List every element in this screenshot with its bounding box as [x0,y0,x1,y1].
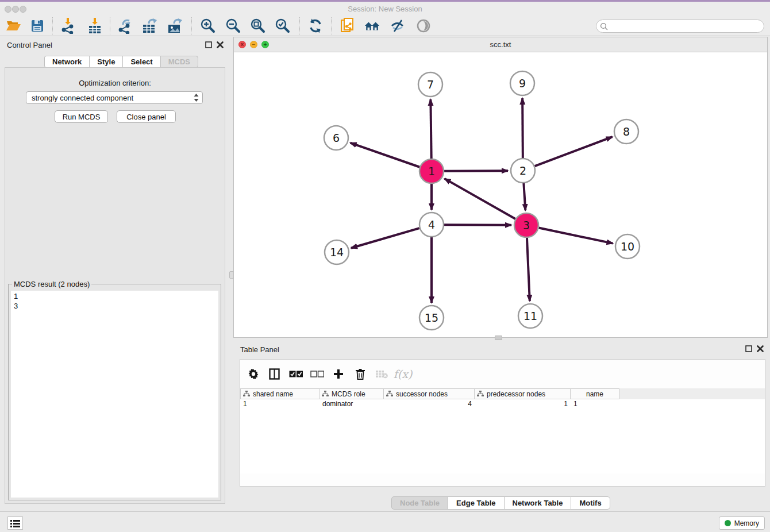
minimize-window-button[interactable] [12,6,19,13]
graph-edge-4-3[interactable] [444,225,511,225]
float-panel-icon[interactable] [205,41,212,48]
graph-node-label-15: 15 [425,311,438,324]
show-all-icon[interactable] [415,18,432,34]
column-tree-icon [322,391,329,397]
tab-node-table[interactable]: Node Table [391,496,448,510]
graph-edge-3-10[interactable] [539,228,613,244]
add-column-icon[interactable] [330,366,347,382]
graph-edge-2-3[interactable] [523,183,525,210]
select-stepper-icon [193,93,199,102]
node-table-panel: f(x) shared name MCDS role successor nod… [240,359,765,487]
column-layout-icon[interactable] [265,366,283,382]
cell-shared-name[interactable]: 1 [240,399,319,408]
graph-edge-3-1[interactable] [445,179,515,219]
column-tree-icon [386,391,393,397]
zoom-fit-icon[interactable] [249,18,267,34]
column-header-name[interactable]: name [571,388,619,399]
graph-edge-3-11[interactable] [527,238,530,301]
import-network-icon[interactable] [59,18,76,34]
graph-edge-1-2[interactable] [444,171,508,171]
cell-predecessor-nodes[interactable]: 1 [475,399,571,408]
close-window-button[interactable] [5,6,11,13]
graph-node-label-14: 14 [330,246,344,259]
graph-node-label-10: 10 [621,240,634,253]
cell-mcds-role[interactable]: dominator [319,399,384,408]
delete-column-icon[interactable] [352,366,369,382]
float-table-panel-icon[interactable] [745,345,752,352]
close-table-panel-icon[interactable] [757,345,764,352]
graph-edge-1-6[interactable] [351,143,420,167]
memory-label: Memory [734,519,759,527]
tab-motifs[interactable]: Motifs [571,496,610,510]
tab-network[interactable]: Network [44,56,89,68]
criterion-select[interactable]: strongly connected component [26,91,203,104]
export-image-icon[interactable] [167,18,184,34]
table-row[interactable]: 1 dominator 4 1 1 [240,399,765,408]
table-panel-tabs: Node Table Edge Table Network Table Moti… [391,496,610,510]
run-mcds-button[interactable]: Run MCDS [55,110,108,123]
search-input[interactable] [610,22,764,30]
network-zoom-button[interactable]: + [261,41,269,48]
column-header-predecessor-nodes[interactable]: predecessor nodes [475,388,571,399]
horizontal-splitter-handle[interactable] [495,336,502,340]
memory-button[interactable]: Memory [719,516,765,530]
save-session-icon[interactable] [29,18,46,34]
table-empty-area [240,409,765,473]
toolbar-separator [331,17,332,34]
task-history-button[interactable] [7,516,23,530]
mcds-result-text[interactable]: 1 3 [11,291,218,498]
new-network-from-selection-icon[interactable] [339,18,356,34]
export-network-icon[interactable] [117,18,134,34]
network-window-title: scc.txt [234,37,767,52]
deselect-all-checkboxes-icon[interactable] [309,366,326,382]
graph-node-label-1: 1 [428,165,435,178]
cell-successor-nodes[interactable]: 4 [384,399,475,408]
zoom-out-icon[interactable] [225,18,242,34]
toolbar-separator [191,17,192,34]
import-table-icon[interactable] [86,18,103,34]
close-panel-icon[interactable] [217,41,224,48]
graph-node-label-6: 6 [333,132,340,144]
column-header-mcds-role[interactable]: MCDS role [319,388,384,399]
select-all-checkboxes-icon[interactable] [287,366,305,382]
network-close-button[interactable]: × [238,41,246,48]
network-canvas[interactable]: 1234678910111415 [233,52,768,338]
delete-table-icon [373,366,390,382]
network-window-titlebar[interactable]: × − + scc.txt [233,37,768,52]
column-header-successor-nodes[interactable]: successor nodes [384,388,475,399]
search-icon [600,22,608,30]
tab-edge-table[interactable]: Edge Table [448,496,503,510]
graph-node-label-11: 11 [523,310,537,322]
column-header-shared-name[interactable]: shared name [240,388,319,399]
graph-edge-2-8[interactable] [535,137,613,166]
graph-node-label-3: 3 [523,219,530,232]
zoom-selected-icon[interactable] [274,18,291,34]
hide-selected-icon[interactable] [389,18,406,34]
first-neighbors-icon[interactable] [364,18,381,34]
export-table-icon[interactable] [141,18,159,34]
settings-gear-icon[interactable] [245,366,262,382]
mcds-result-title: MCDS result (2 nodes) [12,280,91,288]
refresh-icon[interactable] [307,18,324,34]
zoom-window-button[interactable] [20,6,26,13]
criterion-value: strongly connected component [32,94,133,102]
graph-edge-2-9[interactable] [522,98,523,158]
graph-edge-4-14[interactable] [351,228,419,248]
close-panel-button[interactable]: Close panel [117,110,176,123]
open-session-icon[interactable] [5,18,22,34]
search-field[interactable] [596,20,764,33]
graph-node-label-8: 8 [623,125,630,138]
tab-mcds[interactable]: MCDS [160,56,198,68]
tab-style[interactable]: Style [89,56,122,68]
graph-node-label-4: 4 [428,218,435,231]
toolbar-separator [52,17,53,34]
memory-status-dot [725,520,731,526]
network-minimize-button[interactable]: − [250,41,257,48]
window-title: Session: New Session [0,2,770,16]
zoom-in-icon[interactable] [199,18,217,34]
graph-edge-1-7[interactable] [430,99,431,159]
tab-network-table[interactable]: Network Table [504,496,571,510]
tab-select[interactable]: Select [122,56,160,68]
cell-name[interactable]: 1 [571,399,619,408]
network-graph[interactable]: 1234678910111415 [234,52,767,337]
